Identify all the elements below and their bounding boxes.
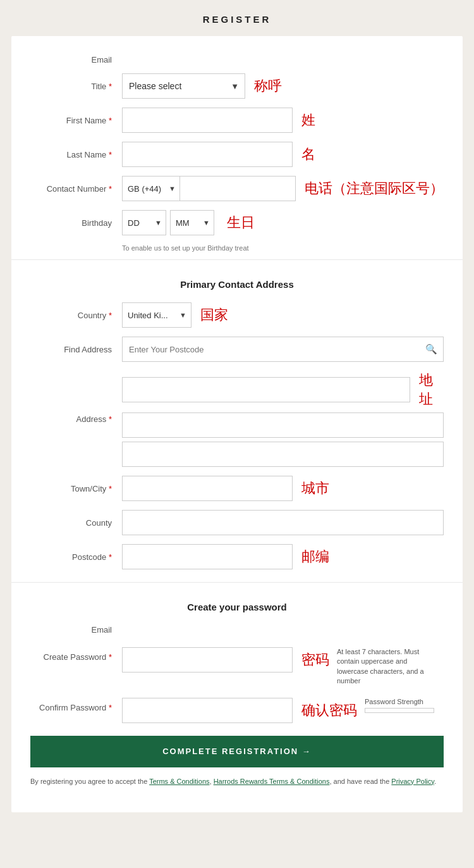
lastname-label: Last Name * <box>30 150 122 159</box>
strength-bar <box>365 708 434 713</box>
birthday-row: Birthday DD 1234 ▼ MM 12312 ▼ <box>30 210 444 235</box>
address-chinese: 地址 <box>419 371 444 409</box>
county-row: County <box>30 510 444 535</box>
address-row: Address * 地址 <box>30 371 444 467</box>
password-strength-wrapper: Password Strength <box>365 698 434 713</box>
country-chinese: 国家 <box>200 306 228 325</box>
complete-registration-button[interactable]: COMPLETE REGISTRATION → <box>30 736 444 767</box>
terms-link-3[interactable]: Privacy Policy <box>391 778 434 785</box>
address-section-title: Primary Contact Address <box>30 279 444 290</box>
firstname-input[interactable] <box>122 108 293 133</box>
town-row: Town/City * 城市 <box>30 476 444 501</box>
address-input-2[interactable] <box>122 412 444 438</box>
address-label: Address * <box>30 414 122 424</box>
address-block: 地址 <box>122 371 444 467</box>
title-label: Title * <box>30 82 122 91</box>
terms-text: By registering you agree to accept the T… <box>30 776 444 788</box>
birthday-chinese: 生日 <box>227 213 255 232</box>
title-select-wrapper[interactable]: Please select Mr Mrs Miss Ms Dr ▼ <box>122 73 245 99</box>
confirm-password-label: Confirm Password * <box>30 698 122 712</box>
find-address-label: Find Address <box>30 345 122 354</box>
title-chinese-label: 称呼 <box>254 77 282 96</box>
town-input[interactable] <box>122 476 293 501</box>
phone-country-wrapper[interactable]: GB (+44) US (+1) CN (+86) ▼ <box>122 176 180 201</box>
terms-link-2[interactable]: Harrods Rewards Terms & Conditions <box>214 778 330 785</box>
page-title: REGISTER <box>0 0 474 36</box>
contact-chinese: 电话（注意国际区号） <box>305 179 444 198</box>
email-label: Email <box>30 55 122 65</box>
find-address-input[interactable] <box>122 337 444 362</box>
lastname-chinese: 名 <box>301 145 315 164</box>
password-hint: At least 7 characters. Must contain uppe… <box>337 647 425 686</box>
find-address-wrapper[interactable]: 🔍 <box>122 337 444 362</box>
county-input[interactable] <box>122 510 444 535</box>
firstname-label: First Name * <box>30 116 122 125</box>
title-row: Title * Please select Mr Mrs Miss Ms Dr … <box>30 73 444 99</box>
county-label: County <box>30 518 122 528</box>
create-password-label: Create Password * <box>30 647 122 662</box>
country-label: Country * <box>30 311 122 320</box>
terms-link-1[interactable]: Terms & Conditions <box>149 778 209 785</box>
lastname-input[interactable] <box>122 142 293 167</box>
birthday-label: Birthday <box>30 218 122 228</box>
firstname-chinese: 姓 <box>301 111 315 130</box>
birthday-selects: DD 1234 ▼ MM 12312 ▼ 生日 <box>122 210 255 235</box>
phone-input[interactable] <box>180 176 296 201</box>
email-row-2: Email <box>30 625 444 635</box>
town-label: Town/City * <box>30 484 122 493</box>
postcode-chinese: 邮编 <box>301 547 329 566</box>
birthday-mm-wrapper[interactable]: MM 12312 ▼ <box>170 210 214 235</box>
country-row: Country * United Ki... China USA ▼ 国家 <box>30 302 444 328</box>
email-label-2: Email <box>30 625 122 635</box>
address-input-3[interactable] <box>122 442 444 467</box>
create-password-row: Create Password * 密码 At least 7 characte… <box>30 643 444 686</box>
confirm-password-chinese: 确认密码 <box>301 701 357 720</box>
birthday-dd-select[interactable]: DD 1234 <box>122 210 166 235</box>
town-chinese: 城市 <box>301 479 329 498</box>
firstname-row: First Name * 姓 <box>30 108 444 133</box>
country-select-wrapper[interactable]: United Ki... China USA ▼ <box>122 302 191 328</box>
postcode-input[interactable] <box>122 544 293 569</box>
phone-row: GB (+44) US (+1) CN (+86) ▼ 电话（注意国际区号） <box>122 176 444 201</box>
contact-row: Contact Number * GB (+44) US (+1) CN (+8… <box>30 176 444 201</box>
email-row: Email <box>30 55 444 65</box>
birthday-mm-select[interactable]: MM 12312 <box>170 210 214 235</box>
birthday-dd-wrapper[interactable]: DD 1234 ▼ <box>122 210 166 235</box>
birthday-hint: To enable us to set up your Birthday tre… <box>122 244 444 252</box>
postcode-label: Postcode * <box>30 552 122 562</box>
strength-label: Password Strength <box>365 698 434 705</box>
create-password-input[interactable] <box>122 647 293 673</box>
country-select[interactable]: United Ki... China USA <box>122 302 191 328</box>
address-input-1[interactable] <box>122 377 410 402</box>
phone-country-select[interactable]: GB (+44) US (+1) CN (+86) <box>122 176 180 201</box>
find-address-row: Find Address 🔍 <box>30 337 444 362</box>
confirm-password-input[interactable] <box>122 698 293 723</box>
password-section-title: Create your password <box>30 602 444 612</box>
registration-card: Email Title * Please select Mr Mrs Miss … <box>11 36 463 812</box>
confirm-password-row: Confirm Password * 确认密码 Password Strengt… <box>30 695 444 723</box>
title-select[interactable]: Please select Mr Mrs Miss Ms Dr <box>122 73 245 99</box>
lastname-row: Last Name * 名 <box>30 142 444 167</box>
postcode-row: Postcode * 邮编 <box>30 544 444 569</box>
contact-label: Contact Number * <box>30 184 122 194</box>
create-password-chinese: 密码 <box>301 650 329 669</box>
